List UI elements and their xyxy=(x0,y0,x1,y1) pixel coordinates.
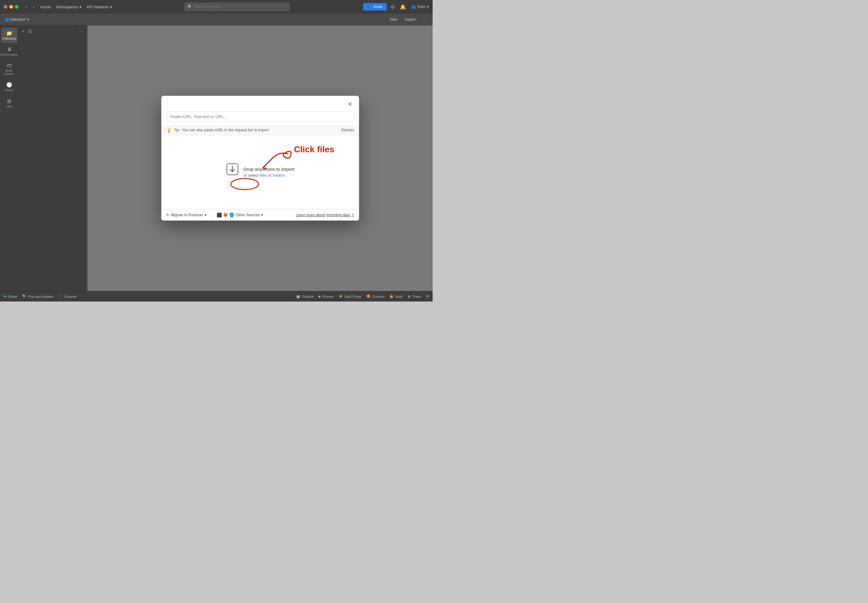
source-icons: ⬛ 🦊 🪣 xyxy=(217,213,234,218)
left-panel-header: + ☰ ··· xyxy=(19,25,86,37)
postbot-icon: 🤖 xyxy=(296,294,300,298)
modal-footer: ↻ Migrate to Postman ▾ ⬛ 🦊 🪣 Other Sourc… xyxy=(161,209,359,221)
select-files-link[interactable]: files xyxy=(260,173,267,178)
sidebar-item-environments[interactable]: 🖥 Environments xyxy=(1,44,17,59)
postbot-button[interactable]: 🤖 Postbot xyxy=(296,294,313,298)
list-view-button[interactable]: ☰ xyxy=(27,28,33,35)
new-button[interactable]: New xyxy=(387,16,400,23)
modal-overlay: ✕ 💡 Tip : You can also paste cURL in the… xyxy=(88,25,433,291)
annotation-container: Click files xyxy=(294,145,334,155)
invite-button[interactable]: 👥 Invite xyxy=(363,3,387,11)
import-modal: ✕ 💡 Tip : You can also paste cURL in the… xyxy=(161,96,359,221)
drop-area[interactable]: Click files Drop anywhere to impor xyxy=(161,135,359,209)
environments-icon: 🖥 xyxy=(7,46,12,52)
tip-icon: 💡 xyxy=(166,128,172,133)
traffic-lights xyxy=(4,5,19,9)
mock-servers-icon: 🗃 xyxy=(7,63,12,68)
console-icon: ⬛ xyxy=(59,294,63,298)
status-bar: Online 🔍 Find and replace ⬛ Console 🤖 Po… xyxy=(0,291,433,302)
search-input[interactable] xyxy=(194,5,286,9)
github-icon: ⬛ xyxy=(217,213,222,218)
cookies-button[interactable]: 🍪 Cookies xyxy=(366,294,384,298)
notifications-button[interactable]: 🔔 xyxy=(399,3,407,11)
left-panel: + ☰ ··· xyxy=(19,25,87,291)
sidebar-item-history[interactable]: 🕐 History xyxy=(1,79,17,94)
proxy-icon: ⚡ xyxy=(339,294,343,298)
modal-header: ✕ xyxy=(161,96,359,111)
other-sources-button[interactable]: ⬛ 🦊 🪣 Other Sources ▾ xyxy=(217,213,263,218)
layout-toggle-button[interactable]: ⊞ xyxy=(426,294,429,298)
content-area: ✕ 💡 Tip : You can also paste cURL in the… xyxy=(88,25,433,291)
select-folders-link[interactable]: folders xyxy=(273,173,285,178)
minimize-traffic-light[interactable] xyxy=(9,5,13,9)
api-network-nav-button[interactable]: API Network ▾ xyxy=(87,5,112,9)
find-replace-icon: 🔍 xyxy=(22,294,26,298)
layout-icon: ⊞ xyxy=(426,294,429,298)
migrate-icon: ↻ xyxy=(166,213,169,217)
runner-button[interactable]: ▶ Runner xyxy=(319,294,334,298)
team-icon: 👥 xyxy=(411,5,416,9)
workspaces-nav-button[interactable]: Workspaces ▾ xyxy=(56,5,81,9)
runner-icon: ▶ xyxy=(319,294,321,298)
vault-button[interactable]: 🔒 Vault xyxy=(389,294,403,298)
back-button[interactable]: ‹ xyxy=(23,3,29,10)
workspace-icon: 👥 xyxy=(4,17,9,22)
invite-icon: 👥 xyxy=(367,5,372,9)
vault-icon: 🔒 xyxy=(389,294,394,298)
cookies-icon: 🍪 xyxy=(366,294,370,298)
maximize-traffic-light[interactable] xyxy=(15,5,19,9)
history-icon: 🕐 xyxy=(6,82,12,88)
home-nav-button[interactable]: Home xyxy=(40,5,51,9)
start-proxy-button[interactable]: ⚡ Start Proxy xyxy=(339,294,361,298)
sidebar-item-collections[interactable]: 📁 Collections xyxy=(1,28,17,43)
search-bar[interactable]: 🔍 xyxy=(184,3,289,11)
team-button[interactable]: 👥 Team ▾ xyxy=(411,5,429,9)
dismiss-button[interactable]: Dismiss xyxy=(341,128,354,132)
modal-tip: 💡 Tip : You can also paste cURL in the r… xyxy=(161,125,359,135)
drop-subtitle: or select files or folders xyxy=(243,173,294,178)
sidebar-icons: 📁 Collections 🖥 Environments 🗃 Mock serv… xyxy=(0,25,19,291)
online-indicator xyxy=(4,295,6,297)
footer-divider xyxy=(211,213,212,218)
workspace-selector[interactable]: 👥 Interactor ▾ xyxy=(4,17,29,22)
trash-button[interactable]: 🗑 Trash xyxy=(408,295,421,298)
drop-title: Drop anywhere to import xyxy=(243,167,294,172)
learn-more-link[interactable]: Learn more about importing data ↗ xyxy=(296,213,354,217)
annotation-text: Click files xyxy=(294,145,334,154)
title-bar: ‹ › Home Workspaces ▾ API Network ▾ 🔍 👥 … xyxy=(0,0,433,14)
add-collection-button[interactable]: + xyxy=(21,28,25,35)
console-button[interactable]: ⬛ Console xyxy=(59,294,77,298)
find-replace-button[interactable]: 🔍 Find and replace xyxy=(22,294,53,298)
trash-icon: 🗑 xyxy=(408,295,411,298)
curl-input[interactable] xyxy=(166,111,354,122)
drop-icon xyxy=(226,163,238,178)
close-traffic-light[interactable] xyxy=(4,5,8,9)
toolbar-more-button[interactable]: ··· xyxy=(420,16,428,23)
search-icon: 🔍 xyxy=(187,5,192,9)
sidebar-item-mock-servers[interactable]: 🗃 Mock servers xyxy=(1,60,17,79)
modal-close-button[interactable]: ✕ xyxy=(346,100,354,108)
sidebar-item-apis[interactable]: ⊞ APIs xyxy=(1,96,17,111)
panel-more-button[interactable]: ··· xyxy=(78,28,84,35)
settings-button[interactable]: ⚙ xyxy=(389,3,396,11)
modal-input-area xyxy=(161,111,359,125)
status-online[interactable]: Online xyxy=(4,295,17,298)
import-button[interactable]: Import xyxy=(402,16,418,23)
toolbar: 👥 Interactor ▾ New Import ··· xyxy=(0,14,433,25)
gitlab-icon: 🦊 xyxy=(223,213,228,218)
main-layout: 📁 Collections 🖥 Environments 🗃 Mock serv… xyxy=(0,25,433,291)
bitbucket-icon: 🪣 xyxy=(229,213,234,218)
collections-icon: 📁 xyxy=(6,30,12,36)
migrate-button[interactable]: ↻ Migrate to Postman ▾ xyxy=(166,213,206,217)
apis-icon: ⊞ xyxy=(7,98,11,104)
forward-button[interactable]: › xyxy=(31,3,36,10)
